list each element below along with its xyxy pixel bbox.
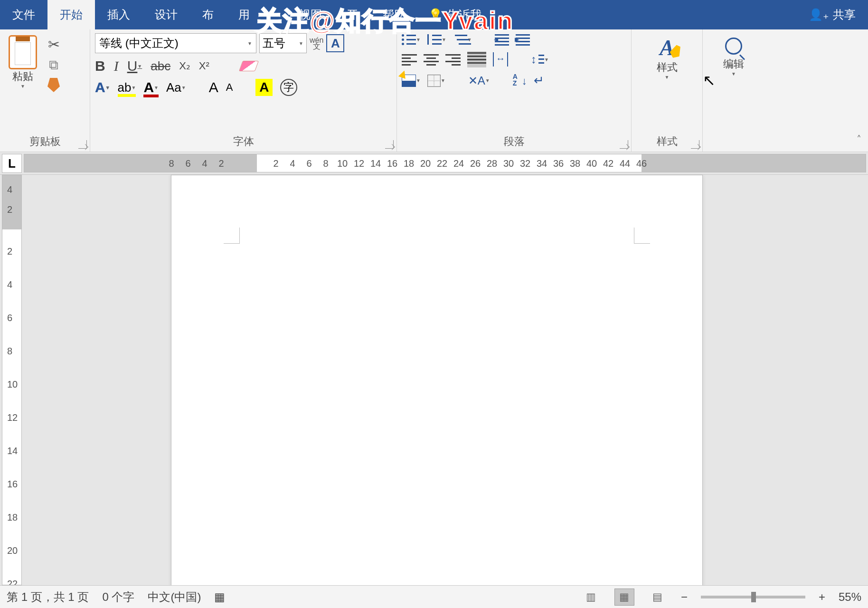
align-right-button[interactable] — [445, 53, 461, 66]
document-area: 42246810121416182022 — [0, 175, 868, 585]
tab-home[interactable]: 开始 — [47, 0, 95, 29]
ruler-tick: 4 — [7, 279, 12, 290]
align-justify-button[interactable] — [467, 51, 486, 67]
text-direction-icon: ✕A — [468, 74, 485, 87]
highlight-button[interactable]: ab ▼ — [118, 80, 136, 95]
paragraph-launcher[interactable] — [620, 140, 628, 149]
align-center-button[interactable] — [424, 53, 439, 66]
tab-developer[interactable]: 开 — [334, 0, 370, 29]
distributed-icon — [493, 52, 508, 66]
chevron-down-icon: ▼ — [20, 84, 25, 89]
line-spacing-button[interactable]: ▼ — [531, 53, 549, 66]
tell-me-label: 告诉我 — [447, 7, 481, 22]
tab-selector[interactable]: L — [2, 154, 22, 173]
bold-button[interactable]: B — [95, 58, 105, 74]
grow-font-button[interactable]: A — [209, 79, 218, 95]
decrease-indent-button[interactable] — [495, 33, 509, 46]
font-launcher[interactable] — [385, 140, 394, 149]
word-count[interactable]: 0 个字 — [102, 589, 134, 605]
web-layout-button[interactable]: ▤ — [648, 589, 668, 606]
page-indicator[interactable]: 第 1 页，共 1 页 — [7, 589, 89, 605]
zoom-level[interactable]: 55% — [839, 590, 861, 604]
format-painter-button[interactable] — [47, 78, 60, 92]
vertical-ruler[interactable]: 42246810121416182022 — [2, 175, 22, 585]
show-marks-button[interactable]: ↵ — [534, 73, 544, 88]
subscript-button[interactable]: X₂ — [179, 60, 190, 72]
shrink-font-button[interactable]: A — [226, 81, 233, 94]
document-canvas[interactable] — [24, 175, 868, 585]
zoom-in-button[interactable]: + — [819, 590, 825, 604]
increase-indent-button[interactable] — [516, 33, 530, 46]
align-left-button[interactable] — [402, 53, 417, 66]
copy-button[interactable]: ⧉ — [47, 57, 60, 73]
superscript-button[interactable]: X² — [199, 60, 209, 72]
collapse-ribbon-button[interactable]: ˄ — [857, 133, 861, 145]
tab-references[interactable]: 用 — [226, 0, 262, 29]
italic-button[interactable]: I — [114, 58, 119, 74]
paste-button[interactable]: 粘贴 ▼ — [5, 33, 41, 91]
clipboard-launcher[interactable] — [78, 140, 87, 149]
tell-me[interactable]: 💡 告诉我 — [418, 0, 492, 29]
cut-button[interactable]: ✂ — [47, 36, 60, 53]
ruler-tick: 2 — [7, 204, 12, 215]
tab-view[interactable]: 视图 — [287, 0, 334, 29]
page[interactable] — [171, 175, 703, 585]
share-button[interactable]: 👤₊ 共享 — [796, 0, 868, 29]
ruler-tick: 2 — [7, 246, 12, 257]
text-direction-button[interactable]: ✕A▼ — [468, 74, 490, 87]
styles-launcher[interactable] — [691, 140, 699, 149]
underline-button[interactable]: U ▼ — [127, 58, 142, 74]
char-shading-button[interactable]: A — [255, 79, 273, 96]
styles-button[interactable]: A 样式 ▼ — [653, 33, 681, 132]
font-color-button[interactable]: A ▼ — [143, 79, 159, 95]
ruler-tick: 34 — [537, 158, 547, 169]
numbering-button[interactable]: ▼ — [427, 33, 446, 46]
find-button[interactable]: 编辑 ▼ — [719, 33, 748, 133]
font-name-selector[interactable]: 等线 (中文正文) ▼ — [95, 33, 256, 53]
borders-button[interactable]: ▼ — [427, 75, 445, 87]
tab-mailings[interactable] — [262, 0, 287, 29]
zoom-slider[interactable] — [701, 596, 805, 598]
strikethrough-button[interactable]: abc — [151, 59, 170, 74]
sort-button[interactable] — [513, 74, 527, 87]
text-effects-button[interactable]: A ▼ — [95, 79, 110, 95]
tab-design[interactable]: 设计 — [142, 0, 190, 29]
ruler-tick: 8 — [323, 158, 328, 169]
char-border-icon: A — [326, 34, 344, 52]
ruler-tick: 18 — [7, 512, 18, 523]
font-size-value: 五号 — [263, 36, 285, 51]
font-size-selector[interactable]: 五号 ▼ — [259, 33, 307, 53]
print-layout-button[interactable]: ▦ — [614, 589, 634, 606]
ruler-tick: 4 — [290, 158, 295, 169]
tab-file[interactable]: 文件 — [0, 0, 47, 29]
paste-label: 粘贴 — [12, 69, 33, 84]
enclose-icon: 字 — [280, 79, 297, 96]
char-border-button[interactable]: A — [326, 34, 344, 52]
tab-layout[interactable]: 布 — [190, 0, 226, 29]
chevron-down-icon: ▼ — [731, 71, 736, 76]
group-paragraph: ▼ ▼ ▼ ▼ ▼ ▼ ✕A▼ — [397, 29, 632, 152]
distributed-button[interactable] — [493, 52, 508, 66]
shading-button[interactable]: ▼ — [402, 75, 421, 87]
shading-icon — [402, 75, 416, 87]
group-styles: A 样式 ▼ 样式 — [632, 29, 703, 152]
tab-help[interactable]: 帮助 — [370, 0, 418, 29]
tab-insert[interactable]: 插入 — [95, 0, 142, 29]
language-indicator[interactable]: 中文(中国) — [148, 589, 201, 605]
read-mode-button[interactable]: ▥ — [581, 589, 601, 606]
ruler-tick: 18 — [404, 158, 414, 169]
clear-format-button[interactable] — [241, 61, 257, 71]
pilcrow-icon: ↵ — [534, 73, 544, 88]
zoom-out-button[interactable]: − — [681, 590, 688, 604]
phonetic-guide-button[interactable]: wén文 — [310, 37, 323, 49]
margin-corner-icon — [224, 228, 240, 244]
multilevel-button[interactable]: ▼ — [453, 33, 472, 46]
macro-icon[interactable]: ▦ — [214, 590, 225, 604]
ruler-tick: 20 — [7, 545, 18, 556]
horizontal-ruler[interactable]: 8642246810121416182022242628303234363840… — [24, 154, 866, 172]
change-case-button[interactable]: Aa ▼ — [166, 80, 186, 95]
enclose-char-button[interactable]: 字 — [280, 79, 297, 96]
bullets-button[interactable]: ▼ — [402, 33, 421, 46]
font-name-value: 等线 (中文正文) — [99, 36, 179, 51]
page-icon: ▦ — [619, 591, 629, 603]
